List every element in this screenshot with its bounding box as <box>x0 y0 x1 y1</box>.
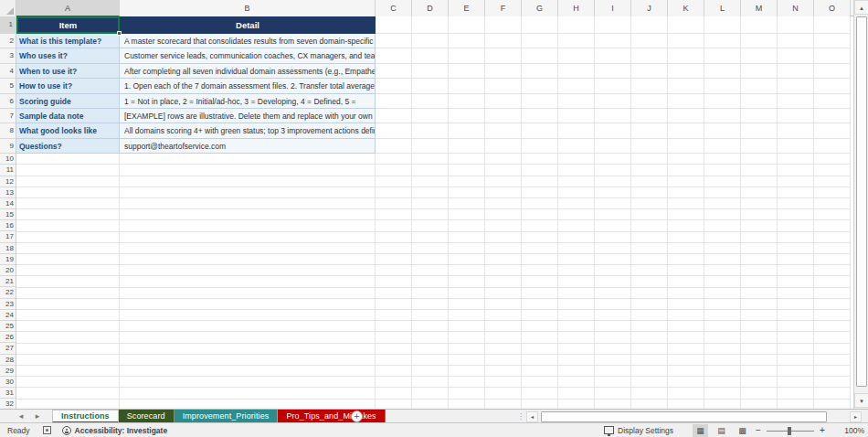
sheet-tab-instructions[interactable]: Instructions <box>52 410 119 423</box>
cell-detail-row5[interactable]: 1. Open each of the 7 domain assessment … <box>120 79 376 93</box>
tab-nav-left-icon[interactable]: ◂ <box>15 410 27 423</box>
row-header-1[interactable]: 1 <box>0 16 16 34</box>
row-header-32[interactable]: 32 <box>0 399 16 409</box>
column-header-d[interactable]: D <box>412 0 449 16</box>
accessibility-icon[interactable] <box>62 426 71 435</box>
row-header-20[interactable]: 20 <box>0 265 16 276</box>
sheet-tab-bar: ◂ ▸ InstructionsScorecardImprovement_Pri… <box>0 409 868 422</box>
gridline <box>411 16 412 409</box>
row-header-11[interactable]: 11 <box>0 165 16 176</box>
row-header-15[interactable]: 15 <box>0 209 16 220</box>
zoom-slider[interactable] <box>767 424 814 437</box>
cell-detail-row7[interactable]: [EXAMPLE] rows are illustrative. Delete … <box>120 109 376 123</box>
zoom-out-button[interactable]: − <box>753 425 764 435</box>
cell-detail-row6[interactable]: 1 = Not in place, 2 = Initial/ad-hoc, 3 … <box>120 94 376 109</box>
row-header-2[interactable]: 2 <box>0 34 16 48</box>
sheet-tab-improvement-priorities[interactable]: Improvement_Priorities <box>175 410 279 423</box>
scroll-right-icon[interactable]: ▸ <box>850 411 862 422</box>
column-header-k[interactable]: K <box>668 0 704 16</box>
row-header-21[interactable]: 21 <box>0 276 16 287</box>
row-header-3[interactable]: 3 <box>0 48 16 63</box>
row-header-27[interactable]: 27 <box>0 343 16 354</box>
new-sheet-button[interactable]: + <box>351 410 363 422</box>
row-header-23[interactable]: 23 <box>0 299 16 310</box>
cell-item-row5[interactable]: How to use it? <box>16 79 120 93</box>
column-header-b[interactable]: B <box>120 0 376 16</box>
horizontal-scrollbar-thumb[interactable] <box>541 411 827 422</box>
scroll-up-icon[interactable]: ▴ <box>854 0 868 15</box>
zoom-in-button[interactable]: + <box>817 425 828 435</box>
column-header-c[interactable]: C <box>376 0 412 16</box>
vertical-scrollbar[interactable]: ▴ ▾ <box>853 0 868 409</box>
tab-splitter-handle[interactable]: ⋮ <box>517 411 524 421</box>
row-header-29[interactable]: 29 <box>0 366 16 377</box>
row-header-31[interactable]: 31 <box>0 388 16 399</box>
cell-item-row7[interactable]: Sample data note <box>16 109 120 123</box>
row-header-16[interactable]: 16 <box>0 220 16 231</box>
row-header-9[interactable]: 9 <box>0 139 16 154</box>
row-header-18[interactable]: 18 <box>0 243 16 254</box>
row-header-26[interactable]: 26 <box>0 332 16 343</box>
cell-header-item[interactable]: Item <box>16 16 120 34</box>
cell-detail-row9[interactable]: support@theartofservice.com <box>120 139 376 154</box>
column-header-j[interactable]: J <box>631 0 668 16</box>
cell-detail-row2[interactable]: A master scorecard that consolidates res… <box>120 34 376 48</box>
column-header-m[interactable]: M <box>741 0 778 16</box>
row-header-30[interactable]: 30 <box>0 377 16 388</box>
column-header-l[interactable]: L <box>704 0 741 16</box>
row-header-17[interactable]: 17 <box>0 231 16 242</box>
column-header-a[interactable]: A <box>16 0 120 16</box>
column-header-f[interactable]: F <box>485 0 522 16</box>
row-header-22[interactable]: 22 <box>0 287 16 298</box>
scroll-left-icon[interactable]: ◂ <box>526 411 538 422</box>
row-header-14[interactable]: 14 <box>0 198 16 209</box>
cell-header-detail[interactable]: Detail <box>120 16 376 34</box>
row-header-10[interactable]: 10 <box>0 154 16 165</box>
vertical-scrollbar-thumb[interactable] <box>856 16 867 387</box>
row-header-13[interactable]: 13 <box>0 187 16 198</box>
sheet-grid[interactable]: ItemDetailWhat is this template?A master… <box>16 16 853 409</box>
normal-view-icon[interactable]: ▦ <box>693 424 708 437</box>
tab-nav-right-icon[interactable]: ▸ <box>31 410 44 423</box>
cell-detail-row8[interactable]: All domains scoring 4+ with green status… <box>120 123 376 138</box>
scroll-down-icon[interactable]: ▾ <box>854 393 868 408</box>
column-header-i[interactable]: I <box>595 0 631 16</box>
column-header-g[interactable]: G <box>522 0 558 16</box>
excel-window: ABCDEFGHIJKLMNO 123456789101112131415161… <box>0 0 868 437</box>
column-header-h[interactable]: H <box>558 0 595 16</box>
page-break-view-icon[interactable]: ▩ <box>735 424 750 437</box>
page-layout-view-icon[interactable]: ▤ <box>714 424 729 437</box>
gridline <box>16 197 851 198</box>
gridline <box>521 16 522 409</box>
row-header-5[interactable]: 5 <box>0 79 16 93</box>
zoom-slider-thumb[interactable] <box>788 427 791 435</box>
column-header-e[interactable]: E <box>449 0 485 16</box>
display-settings-button[interactable]: Display Settings <box>618 426 673 435</box>
row-header-24[interactable]: 24 <box>0 310 16 321</box>
cell-detail-row4[interactable]: After completing all seven individual do… <box>120 64 376 79</box>
cell-detail-row3[interactable]: Customer service leads, communication co… <box>120 48 376 63</box>
cell-item-row2[interactable]: What is this template? <box>16 34 120 48</box>
row-header-4[interactable]: 4 <box>0 64 16 79</box>
row-header-8[interactable]: 8 <box>0 123 16 138</box>
row-header-25[interactable]: 25 <box>0 321 16 332</box>
zoom-level[interactable]: 100% <box>833 426 864 435</box>
accessibility-status[interactable]: Accessibility: Investigate <box>75 426 168 435</box>
cell-item-row4[interactable]: When to use it? <box>16 64 120 79</box>
cell-item-row9[interactable]: Questions? <box>16 139 120 154</box>
sheet-tab-scorecard[interactable]: Scorecard <box>119 410 175 423</box>
column-header-o[interactable]: O <box>814 0 851 16</box>
row-header-28[interactable]: 28 <box>0 355 16 366</box>
gridline <box>16 343 851 344</box>
row-header-7[interactable]: 7 <box>0 109 16 123</box>
sheet-tab-pro-tips-and-mistakes[interactable]: Pro_Tips_and_Mistakes <box>278 410 385 423</box>
select-all-button[interactable] <box>0 0 16 16</box>
cell-item-row6[interactable]: Scoring guide <box>16 94 120 109</box>
cell-item-row8[interactable]: What good looks like <box>16 123 120 138</box>
row-header-12[interactable]: 12 <box>0 176 16 187</box>
row-header-6[interactable]: 6 <box>0 94 16 109</box>
column-header-n[interactable]: N <box>778 0 814 16</box>
macro-record-icon[interactable] <box>43 426 51 434</box>
cell-item-row3[interactable]: Who uses it? <box>16 48 120 63</box>
row-header-19[interactable]: 19 <box>0 254 16 265</box>
